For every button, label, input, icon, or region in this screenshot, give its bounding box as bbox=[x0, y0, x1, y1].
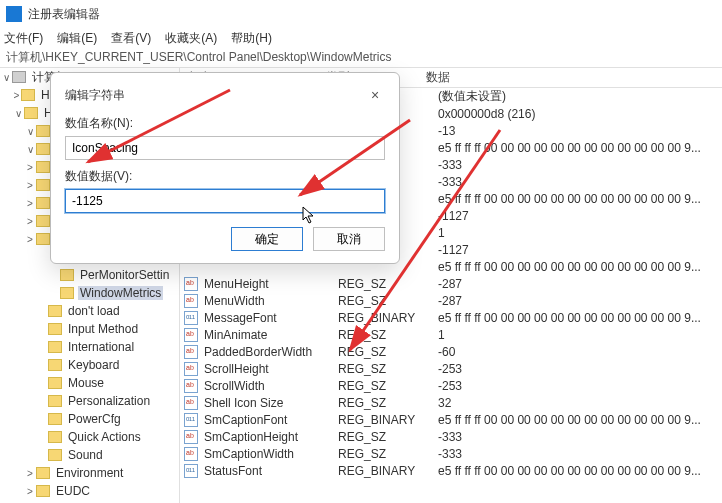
expand-icon[interactable]: > bbox=[24, 468, 36, 479]
expand-icon[interactable]: > bbox=[24, 486, 36, 497]
expand-icon[interactable]: ∨ bbox=[0, 72, 12, 83]
tree-node[interactable]: WindowMetrics bbox=[0, 284, 179, 302]
value-type: REG_BINARY bbox=[336, 464, 436, 478]
value-type: REG_SZ bbox=[336, 294, 436, 308]
folder-icon bbox=[60, 287, 74, 299]
value-data: 0x000000d8 (216) bbox=[436, 107, 722, 121]
folder-icon bbox=[48, 305, 62, 317]
expand-icon[interactable]: > bbox=[24, 216, 36, 227]
list-item[interactable]: SmCaptionWidthREG_SZ-333 bbox=[180, 445, 722, 462]
value-type: REG_BINARY bbox=[336, 311, 436, 325]
expand-icon[interactable]: > bbox=[24, 234, 36, 245]
value-icon bbox=[184, 311, 198, 325]
col-data[interactable]: 数据 bbox=[420, 69, 722, 86]
value-data: e5 ff ff ff 00 00 00 00 00 00 00 00 00 0… bbox=[436, 141, 722, 155]
name-input[interactable] bbox=[65, 136, 385, 160]
value-data: -253 bbox=[436, 362, 722, 376]
menu-view[interactable]: 查看(V) bbox=[111, 30, 151, 47]
folder-icon bbox=[36, 197, 50, 209]
folder-icon bbox=[36, 161, 50, 173]
folder-icon bbox=[48, 377, 62, 389]
tree-label: WindowMetrics bbox=[78, 286, 163, 300]
tree-node[interactable]: Input Method bbox=[0, 320, 179, 338]
tree-node[interactable]: PowerCfg bbox=[0, 410, 179, 428]
menubar: 文件(F) 编辑(E) 查看(V) 收藏夹(A) 帮助(H) bbox=[0, 28, 722, 48]
value-name: PaddedBorderWidth bbox=[202, 345, 336, 359]
menu-help[interactable]: 帮助(H) bbox=[231, 30, 272, 47]
data-input[interactable] bbox=[65, 189, 385, 213]
folder-icon bbox=[60, 269, 74, 281]
tree-node[interactable]: Sound bbox=[0, 446, 179, 464]
tree-label: Input Method bbox=[66, 322, 140, 336]
tree-node[interactable]: Mouse bbox=[0, 374, 179, 392]
value-data: 1 bbox=[436, 328, 722, 342]
list-item[interactable]: SmCaptionHeightREG_SZ-333 bbox=[180, 428, 722, 445]
list-item[interactable]: StatusFontREG_BINARYe5 ff ff ff 00 00 00… bbox=[180, 462, 722, 479]
menu-file[interactable]: 文件(F) bbox=[4, 30, 43, 47]
value-name: MenuWidth bbox=[202, 294, 336, 308]
list-item[interactable]: MenuHeightREG_SZ-287 bbox=[180, 275, 722, 292]
dialog-title: 编辑字符串 bbox=[65, 87, 125, 104]
value-data: -13 bbox=[436, 124, 722, 138]
value-icon bbox=[184, 294, 198, 308]
list-item[interactable]: MenuWidthREG_SZ-287 bbox=[180, 292, 722, 309]
ok-button[interactable]: 确定 bbox=[231, 227, 303, 251]
value-name: ScrollWidth bbox=[202, 379, 336, 393]
expand-icon[interactable]: > bbox=[24, 162, 36, 173]
tree-node[interactable]: don't load bbox=[0, 302, 179, 320]
tree-node[interactable]: Quick Actions bbox=[0, 428, 179, 446]
tree-label: Quick Actions bbox=[66, 430, 143, 444]
value-icon bbox=[184, 345, 198, 359]
value-type: REG_SZ bbox=[336, 277, 436, 291]
folder-icon bbox=[48, 413, 62, 425]
tree-label: Keyboard bbox=[66, 358, 121, 372]
menu-fav[interactable]: 收藏夹(A) bbox=[165, 30, 217, 47]
list-item[interactable]: PaddedBorderWidthREG_SZ-60 bbox=[180, 343, 722, 360]
folder-icon bbox=[36, 215, 50, 227]
value-icon bbox=[184, 379, 198, 393]
expand-icon[interactable]: ∨ bbox=[24, 126, 36, 137]
folder-icon bbox=[36, 125, 50, 137]
close-icon[interactable]: × bbox=[365, 87, 385, 103]
folder-icon bbox=[21, 89, 35, 101]
value-icon bbox=[184, 447, 198, 461]
expand-icon[interactable]: ∨ bbox=[24, 144, 36, 155]
tree-label: don't load bbox=[66, 304, 122, 318]
tree-node[interactable]: >Environment bbox=[0, 464, 179, 482]
value-icon bbox=[184, 413, 198, 427]
value-icon bbox=[184, 277, 198, 291]
folder-icon bbox=[36, 467, 50, 479]
expand-icon[interactable]: > bbox=[24, 180, 36, 191]
address-bar[interactable]: 计算机\HKEY_CURRENT_USER\Control Panel\Desk… bbox=[0, 48, 722, 68]
tree-node[interactable]: Personalization bbox=[0, 392, 179, 410]
expand-icon[interactable]: > bbox=[12, 90, 21, 101]
menu-edit[interactable]: 编辑(E) bbox=[57, 30, 97, 47]
tree-node[interactable]: International bbox=[0, 338, 179, 356]
value-name: SmCaptionWidth bbox=[202, 447, 336, 461]
tree-node[interactable]: PerMonitorSettin bbox=[0, 266, 179, 284]
expand-icon[interactable]: > bbox=[24, 198, 36, 209]
tree-label: International bbox=[66, 340, 136, 354]
list-item[interactable]: Shell Icon SizeREG_SZ32 bbox=[180, 394, 722, 411]
value-type: REG_SZ bbox=[336, 345, 436, 359]
cancel-button[interactable]: 取消 bbox=[313, 227, 385, 251]
value-type: REG_SZ bbox=[336, 430, 436, 444]
folder-icon bbox=[48, 341, 62, 353]
list-item[interactable]: MessageFontREG_BINARYe5 ff ff ff 00 00 0… bbox=[180, 309, 722, 326]
value-data: -333 bbox=[436, 447, 722, 461]
value-data: -333 bbox=[436, 158, 722, 172]
expand-icon[interactable]: ∨ bbox=[12, 108, 24, 119]
tree-node[interactable]: Keyboard bbox=[0, 356, 179, 374]
list-item[interactable]: ScrollWidthREG_SZ-253 bbox=[180, 377, 722, 394]
value-name: SmCaptionFont bbox=[202, 413, 336, 427]
value-icon bbox=[184, 328, 198, 342]
value-data: -60 bbox=[436, 345, 722, 359]
list-item[interactable]: SmCaptionFontREG_BINARYe5 ff ff ff 00 00… bbox=[180, 411, 722, 428]
list-item[interactable]: ScrollHeightREG_SZ-253 bbox=[180, 360, 722, 377]
folder-icon bbox=[24, 107, 38, 119]
value-icon bbox=[184, 362, 198, 376]
list-item[interactable]: MinAnimateREG_SZ1 bbox=[180, 326, 722, 343]
name-label: 数值名称(N): bbox=[65, 115, 385, 132]
value-name: ScrollHeight bbox=[202, 362, 336, 376]
tree-node[interactable]: >EUDC bbox=[0, 482, 179, 500]
